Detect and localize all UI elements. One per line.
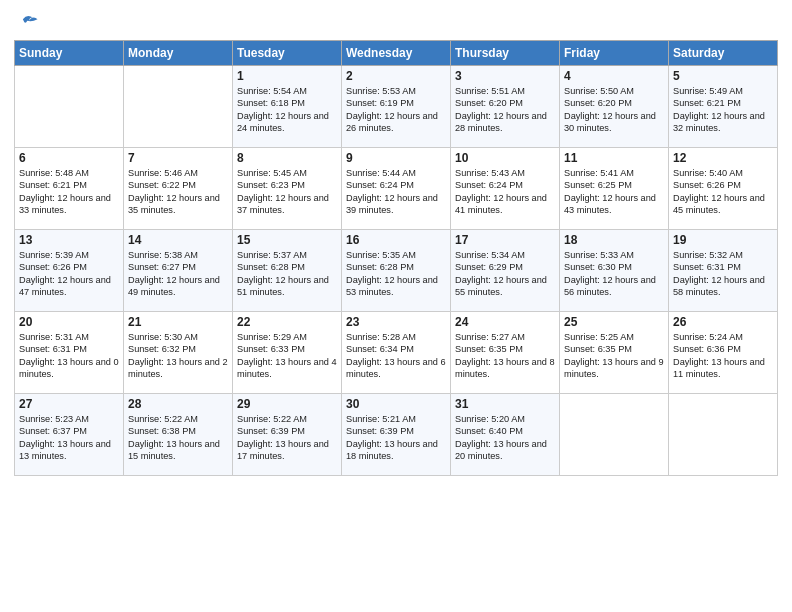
- day-number: 26: [673, 315, 773, 329]
- day-number: 21: [128, 315, 228, 329]
- calendar-cell: 4Sunrise: 5:50 AM Sunset: 6:20 PM Daylig…: [560, 66, 669, 148]
- day-number: 7: [128, 151, 228, 165]
- calendar-header-row: SundayMondayTuesdayWednesdayThursdayFrid…: [15, 41, 778, 66]
- calendar-cell: 5Sunrise: 5:49 AM Sunset: 6:21 PM Daylig…: [669, 66, 778, 148]
- cell-sun-text: Sunrise: 5:35 AM Sunset: 6:28 PM Dayligh…: [346, 249, 446, 299]
- cell-sun-text: Sunrise: 5:44 AM Sunset: 6:24 PM Dayligh…: [346, 167, 446, 217]
- col-header-thursday: Thursday: [451, 41, 560, 66]
- day-number: 17: [455, 233, 555, 247]
- day-number: 25: [564, 315, 664, 329]
- cell-sun-text: Sunrise: 5:27 AM Sunset: 6:35 PM Dayligh…: [455, 331, 555, 381]
- cell-sun-text: Sunrise: 5:23 AM Sunset: 6:37 PM Dayligh…: [19, 413, 119, 463]
- day-number: 22: [237, 315, 337, 329]
- cell-sun-text: Sunrise: 5:20 AM Sunset: 6:40 PM Dayligh…: [455, 413, 555, 463]
- calendar-cell: 2Sunrise: 5:53 AM Sunset: 6:19 PM Daylig…: [342, 66, 451, 148]
- cell-sun-text: Sunrise: 5:40 AM Sunset: 6:26 PM Dayligh…: [673, 167, 773, 217]
- page: SundayMondayTuesdayWednesdayThursdayFrid…: [0, 0, 792, 612]
- col-header-tuesday: Tuesday: [233, 41, 342, 66]
- calendar-week-row: 27Sunrise: 5:23 AM Sunset: 6:37 PM Dayli…: [15, 394, 778, 476]
- cell-sun-text: Sunrise: 5:41 AM Sunset: 6:25 PM Dayligh…: [564, 167, 664, 217]
- day-number: 14: [128, 233, 228, 247]
- day-number: 2: [346, 69, 446, 83]
- calendar-cell: 26Sunrise: 5:24 AM Sunset: 6:36 PM Dayli…: [669, 312, 778, 394]
- day-number: 27: [19, 397, 119, 411]
- calendar-cell: 28Sunrise: 5:22 AM Sunset: 6:38 PM Dayli…: [124, 394, 233, 476]
- cell-sun-text: Sunrise: 5:54 AM Sunset: 6:18 PM Dayligh…: [237, 85, 337, 135]
- col-header-monday: Monday: [124, 41, 233, 66]
- calendar-cell: [124, 66, 233, 148]
- calendar-cell: 31Sunrise: 5:20 AM Sunset: 6:40 PM Dayli…: [451, 394, 560, 476]
- calendar-week-row: 13Sunrise: 5:39 AM Sunset: 6:26 PM Dayli…: [15, 230, 778, 312]
- day-number: 23: [346, 315, 446, 329]
- day-number: 19: [673, 233, 773, 247]
- col-header-saturday: Saturday: [669, 41, 778, 66]
- cell-sun-text: Sunrise: 5:50 AM Sunset: 6:20 PM Dayligh…: [564, 85, 664, 135]
- day-number: 30: [346, 397, 446, 411]
- calendar-cell: 23Sunrise: 5:28 AM Sunset: 6:34 PM Dayli…: [342, 312, 451, 394]
- calendar-week-row: 20Sunrise: 5:31 AM Sunset: 6:31 PM Dayli…: [15, 312, 778, 394]
- calendar-cell: [15, 66, 124, 148]
- cell-sun-text: Sunrise: 5:46 AM Sunset: 6:22 PM Dayligh…: [128, 167, 228, 217]
- calendar-cell: 18Sunrise: 5:33 AM Sunset: 6:30 PM Dayli…: [560, 230, 669, 312]
- cell-sun-text: Sunrise: 5:34 AM Sunset: 6:29 PM Dayligh…: [455, 249, 555, 299]
- calendar-cell: 22Sunrise: 5:29 AM Sunset: 6:33 PM Dayli…: [233, 312, 342, 394]
- logo: [14, 14, 39, 34]
- calendar-cell: 3Sunrise: 5:51 AM Sunset: 6:20 PM Daylig…: [451, 66, 560, 148]
- col-header-wednesday: Wednesday: [342, 41, 451, 66]
- cell-sun-text: Sunrise: 5:32 AM Sunset: 6:31 PM Dayligh…: [673, 249, 773, 299]
- cell-sun-text: Sunrise: 5:38 AM Sunset: 6:27 PM Dayligh…: [128, 249, 228, 299]
- day-number: 4: [564, 69, 664, 83]
- day-number: 12: [673, 151, 773, 165]
- calendar-cell: [560, 394, 669, 476]
- cell-sun-text: Sunrise: 5:33 AM Sunset: 6:30 PM Dayligh…: [564, 249, 664, 299]
- cell-sun-text: Sunrise: 5:25 AM Sunset: 6:35 PM Dayligh…: [564, 331, 664, 381]
- calendar-cell: 27Sunrise: 5:23 AM Sunset: 6:37 PM Dayli…: [15, 394, 124, 476]
- calendar-cell: 20Sunrise: 5:31 AM Sunset: 6:31 PM Dayli…: [15, 312, 124, 394]
- calendar-cell: 29Sunrise: 5:22 AM Sunset: 6:39 PM Dayli…: [233, 394, 342, 476]
- cell-sun-text: Sunrise: 5:21 AM Sunset: 6:39 PM Dayligh…: [346, 413, 446, 463]
- calendar-week-row: 1Sunrise: 5:54 AM Sunset: 6:18 PM Daylig…: [15, 66, 778, 148]
- day-number: 20: [19, 315, 119, 329]
- day-number: 9: [346, 151, 446, 165]
- calendar-table: SundayMondayTuesdayWednesdayThursdayFrid…: [14, 40, 778, 476]
- calendar-cell: 7Sunrise: 5:46 AM Sunset: 6:22 PM Daylig…: [124, 148, 233, 230]
- cell-sun-text: Sunrise: 5:51 AM Sunset: 6:20 PM Dayligh…: [455, 85, 555, 135]
- calendar-cell: 10Sunrise: 5:43 AM Sunset: 6:24 PM Dayli…: [451, 148, 560, 230]
- calendar-cell: 8Sunrise: 5:45 AM Sunset: 6:23 PM Daylig…: [233, 148, 342, 230]
- cell-sun-text: Sunrise: 5:37 AM Sunset: 6:28 PM Dayligh…: [237, 249, 337, 299]
- day-number: 31: [455, 397, 555, 411]
- col-header-sunday: Sunday: [15, 41, 124, 66]
- calendar-cell: 13Sunrise: 5:39 AM Sunset: 6:26 PM Dayli…: [15, 230, 124, 312]
- calendar-cell: 6Sunrise: 5:48 AM Sunset: 6:21 PM Daylig…: [15, 148, 124, 230]
- day-number: 18: [564, 233, 664, 247]
- cell-sun-text: Sunrise: 5:45 AM Sunset: 6:23 PM Dayligh…: [237, 167, 337, 217]
- day-number: 8: [237, 151, 337, 165]
- calendar-cell: 16Sunrise: 5:35 AM Sunset: 6:28 PM Dayli…: [342, 230, 451, 312]
- cell-sun-text: Sunrise: 5:48 AM Sunset: 6:21 PM Dayligh…: [19, 167, 119, 217]
- calendar-cell: [669, 394, 778, 476]
- day-number: 11: [564, 151, 664, 165]
- cell-sun-text: Sunrise: 5:22 AM Sunset: 6:39 PM Dayligh…: [237, 413, 337, 463]
- col-header-friday: Friday: [560, 41, 669, 66]
- calendar-cell: 17Sunrise: 5:34 AM Sunset: 6:29 PM Dayli…: [451, 230, 560, 312]
- cell-sun-text: Sunrise: 5:24 AM Sunset: 6:36 PM Dayligh…: [673, 331, 773, 381]
- day-number: 24: [455, 315, 555, 329]
- calendar-cell: 19Sunrise: 5:32 AM Sunset: 6:31 PM Dayli…: [669, 230, 778, 312]
- cell-sun-text: Sunrise: 5:39 AM Sunset: 6:26 PM Dayligh…: [19, 249, 119, 299]
- cell-sun-text: Sunrise: 5:53 AM Sunset: 6:19 PM Dayligh…: [346, 85, 446, 135]
- day-number: 6: [19, 151, 119, 165]
- day-number: 3: [455, 69, 555, 83]
- calendar-cell: 14Sunrise: 5:38 AM Sunset: 6:27 PM Dayli…: [124, 230, 233, 312]
- calendar-cell: 24Sunrise: 5:27 AM Sunset: 6:35 PM Dayli…: [451, 312, 560, 394]
- calendar-week-row: 6Sunrise: 5:48 AM Sunset: 6:21 PM Daylig…: [15, 148, 778, 230]
- calendar-cell: 25Sunrise: 5:25 AM Sunset: 6:35 PM Dayli…: [560, 312, 669, 394]
- calendar-cell: 21Sunrise: 5:30 AM Sunset: 6:32 PM Dayli…: [124, 312, 233, 394]
- cell-sun-text: Sunrise: 5:29 AM Sunset: 6:33 PM Dayligh…: [237, 331, 337, 381]
- cell-sun-text: Sunrise: 5:28 AM Sunset: 6:34 PM Dayligh…: [346, 331, 446, 381]
- day-number: 13: [19, 233, 119, 247]
- day-number: 15: [237, 233, 337, 247]
- day-number: 5: [673, 69, 773, 83]
- calendar-cell: 15Sunrise: 5:37 AM Sunset: 6:28 PM Dayli…: [233, 230, 342, 312]
- cell-sun-text: Sunrise: 5:43 AM Sunset: 6:24 PM Dayligh…: [455, 167, 555, 217]
- cell-sun-text: Sunrise: 5:22 AM Sunset: 6:38 PM Dayligh…: [128, 413, 228, 463]
